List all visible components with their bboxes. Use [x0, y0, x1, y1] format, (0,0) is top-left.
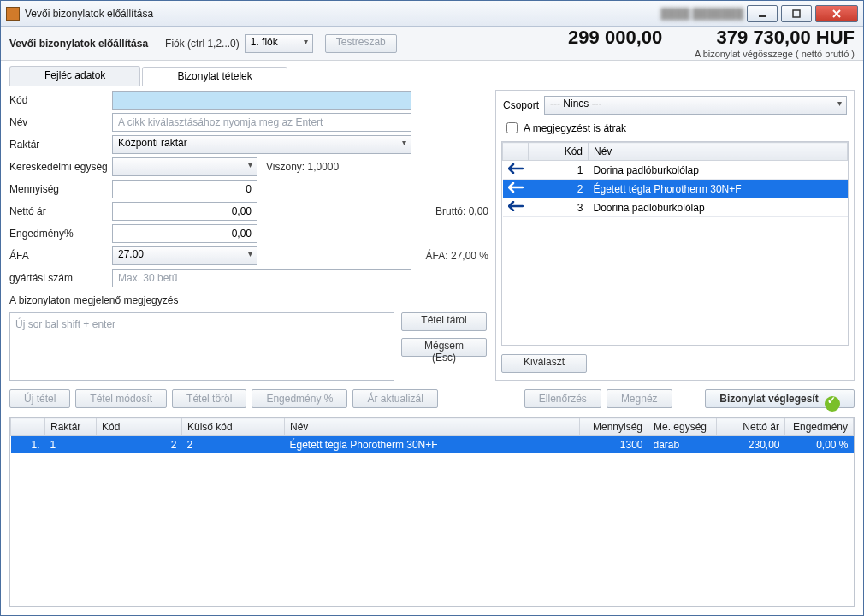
grid-col-net: Nettó ár [717, 418, 785, 436]
picker-col-name: Név [589, 143, 848, 161]
drawer-label: Fiók (ctrl 1,2...0) [165, 38, 240, 50]
picker-name: Doorina padlóburkolólap [589, 198, 848, 217]
carry-comment-label: A megjegyzést is átrak [524, 122, 626, 134]
picker-code: 3 [529, 198, 589, 217]
page-heading: Vevői bizonylatok előállítása [9, 38, 148, 50]
titlebar: Vevői bizonylatok előállítása ████ █████… [1, 1, 863, 27]
picker-table[interactable]: Kód Név 1Dorina padlóburkolólap2Égetett … [501, 141, 849, 346]
code-label: Kód [9, 94, 112, 106]
unit-label: Kereskedelmi egység [9, 161, 112, 173]
update-price-button[interactable]: Ár aktualizál [352, 389, 437, 408]
vat-info: ÁFA: 27,00 % [426, 250, 488, 262]
tabs: Fejléc adatok Bizonylat tételek [9, 66, 855, 86]
check-button[interactable]: Ellenőrzés [524, 389, 601, 408]
grid-col-code: Kód [97, 418, 182, 436]
discount-input[interactable] [112, 224, 257, 243]
arrow-left-icon [508, 182, 524, 192]
customize-button[interactable]: Testreszab [325, 34, 397, 53]
maximize-button[interactable] [781, 5, 812, 22]
action-row: Új tétel Tétel módosít Tétel töröl Enged… [9, 389, 855, 408]
app-icon [6, 7, 20, 21]
grid-col-idx [11, 418, 45, 436]
total-gross: 379 730,00 HUF [717, 27, 855, 48]
grid-col-name: Név [285, 418, 580, 436]
name-label: Név [9, 116, 112, 128]
svg-rect-1 [793, 10, 800, 17]
store-item-button[interactable]: Tétel tárol [401, 312, 487, 331]
code-input[interactable] [112, 91, 411, 110]
cancel-button[interactable]: Mégsem (Esc) [401, 338, 487, 357]
app-window: Vevői bizonylatok előállítása ████ █████… [0, 0, 864, 616]
picker-code: 1 [529, 161, 589, 180]
picker-col-code: Kód [529, 143, 589, 161]
minimize-button[interactable] [747, 5, 778, 22]
carry-comment-input[interactable] [506, 122, 518, 133]
toolbar: Vevői bizonylatok előállítása Fiók (ctrl… [1, 27, 863, 61]
form-area: Kód Név Raktár Központi raktár Kereskede… [9, 90, 488, 381]
carry-comment-checkbox[interactable]: A megjegyzést is átrak [503, 120, 847, 136]
edit-item-button[interactable]: Tétel módosít [75, 389, 167, 408]
qty-input[interactable] [112, 180, 257, 198]
total-net: 299 000,00 [568, 27, 662, 48]
grid-col-extcode: Külső kód [182, 418, 285, 436]
finalize-button[interactable]: Bizonylat véglegesít [705, 389, 855, 408]
serial-label: gyártási szám [9, 272, 112, 284]
gross-info: Bruttó: 0,00 [435, 205, 488, 217]
check-icon [825, 396, 840, 412]
discount-pct-button[interactable]: Engedmény % [252, 389, 347, 408]
ratio-info: Viszony: 1,0000 [266, 161, 339, 173]
warehouse-label: Raktár [9, 139, 112, 151]
totals-block: 299 000,00 379 730,00 HUF A bizonylat vé… [568, 27, 855, 58]
warehouse-select[interactable]: Központi raktár [112, 135, 411, 154]
group-select[interactable]: --- Nincs --- [544, 96, 847, 115]
picker-row[interactable]: 2Égetett tégla Phorotherm 30N+F [503, 180, 848, 198]
picker-row[interactable]: 1Dorina padlóburkolólap [503, 161, 848, 180]
tab-items[interactable]: Bizonylat tételek [142, 67, 287, 86]
grid-col-discount: Engedmény [785, 418, 854, 436]
group-label: Csoport [503, 99, 539, 111]
picker-panel: Csoport --- Nincs --- A megjegyzést is á… [495, 90, 855, 381]
arrow-left-icon [508, 163, 524, 174]
vat-select[interactable]: 27.00 [112, 246, 257, 265]
totals-caption: A bizonylat végösszege ( nettó bruttó ) [568, 49, 855, 59]
grid-row[interactable]: 1.122Égetett tégla Phorotherm 30N+F1300d… [11, 436, 854, 454]
mid-row: Kód Név Raktár Központi raktár Kereskede… [9, 90, 855, 381]
arrow-left-icon [508, 201, 524, 211]
net-input[interactable] [112, 202, 257, 221]
serial-input[interactable] [112, 269, 411, 287]
picker-row[interactable]: 3Doorina padlóburkolólap [503, 198, 848, 217]
new-item-button[interactable]: Új tétel [9, 389, 70, 408]
content-area: Fejléc adatok Bizonylat tételek Kód Név … [1, 61, 863, 615]
close-button[interactable] [815, 5, 858, 22]
name-input[interactable] [112, 113, 411, 132]
discount-label: Engedmény% [9, 228, 112, 240]
select-button[interactable]: Kiválaszt [501, 354, 587, 373]
drawer-select[interactable]: 1. fiók [245, 34, 313, 53]
net-label: Nettó ár [9, 205, 112, 217]
grid-col-warehouse: Raktár [45, 418, 97, 436]
tab-header[interactable]: Fejléc adatok [9, 66, 140, 86]
vat-label: ÁFA [9, 250, 112, 262]
unit-select[interactable] [112, 157, 257, 176]
picker-name: Égetett tégla Phorotherm 30N+F [589, 180, 848, 198]
window-title: Vevői bizonylatok előállítása [25, 8, 654, 20]
picker-code: 2 [529, 180, 589, 198]
preview-button[interactable]: Megnéz [607, 389, 672, 408]
grid-col-qty: Mennyiség [580, 418, 648, 436]
comment-textarea[interactable]: Új sor bal shift + enter [9, 312, 394, 381]
qty-label: Mennyiség [9, 183, 112, 195]
picker-name: Dorina padlóburkolólap [589, 161, 848, 180]
items-grid[interactable]: Raktár Kód Külső kód Név Mennyiség Me. e… [9, 417, 855, 607]
grid-col-unit: Me. egység [648, 418, 717, 436]
titlebar-extra: ████ ███████ [660, 8, 743, 20]
comment-label: A bizonylaton megjelenő megjegyzés [9, 294, 178, 306]
delete-item-button[interactable]: Tétel töröl [172, 389, 246, 408]
finalize-label: Bizonylat véglegesít [719, 393, 818, 405]
